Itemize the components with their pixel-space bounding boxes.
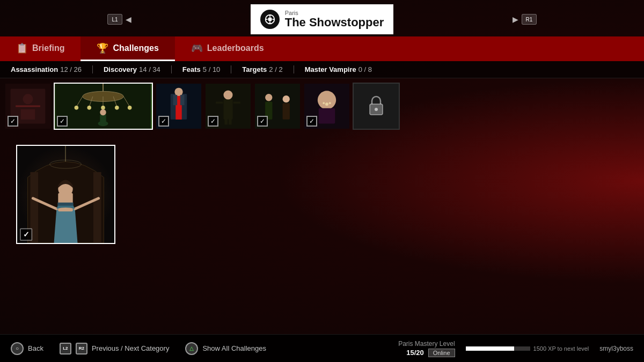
prev-next-label: Previous / Next Category <box>92 344 170 352</box>
mastery-title: Paris Mastery Level <box>398 340 455 348</box>
nav-left-btn[interactable]: L1 <box>107 14 122 25</box>
nav-tabs: 📋 Briefing 🏆 Challenges 🎮 Leaderboards <box>0 36 644 61</box>
svg-rect-37 <box>233 102 240 104</box>
user-info: smyl3yboss <box>599 345 633 352</box>
thumb-5[interactable]: ✓ <box>254 83 301 130</box>
svg-point-50 <box>323 102 325 105</box>
svg-rect-25 <box>100 114 106 123</box>
bottom-right: Paris Mastery Level 15/20 Online 1500 XP… <box>398 340 633 357</box>
tab-briefing-label: Briefing <box>32 43 64 53</box>
svg-point-26 <box>100 109 106 115</box>
stat-feats: Feats 5 / 10 <box>182 65 232 73</box>
thumb-1[interactable]: ✓ <box>4 83 52 130</box>
svg-point-21 <box>101 106 105 110</box>
stats-bar: Assassination 12 / 26 Discovery 14 / 34 … <box>0 61 644 78</box>
stat-mastervampire: Master Vampire 0 / 8 <box>305 65 383 73</box>
tab-briefing[interactable]: 📋 Briefing <box>0 36 80 61</box>
challenge-image: ✓ <box>16 145 115 244</box>
svg-point-52 <box>375 108 378 111</box>
thumb-3-check: ✓ <box>158 116 169 127</box>
thumb-2-inner: ✓ <box>55 84 152 129</box>
mastery-level-row: 15/20 Online <box>406 349 455 357</box>
svg-rect-34 <box>223 99 232 120</box>
svg-rect-60 <box>57 203 73 206</box>
thumb-5-inner: ✓ <box>255 84 300 129</box>
header: L1 ◀ Paris The Showstopper <box>0 0 644 78</box>
l2-icon: L2 <box>60 343 71 354</box>
stat-discovery-label: Discovery <box>104 65 137 73</box>
thumb-2[interactable]: ✓ <box>54 83 153 130</box>
leaderboards-icon: 🎮 <box>191 42 203 54</box>
username: smyl3yboss <box>599 345 633 352</box>
briefing-icon: 📋 <box>16 42 28 54</box>
svg-point-1 <box>268 17 272 21</box>
challenges-icon: 🏆 <box>97 42 108 54</box>
thumb-4-check: ✓ <box>208 116 218 127</box>
challenge-artwork: ✓ <box>17 145 114 244</box>
svg-rect-32 <box>180 95 185 105</box>
show-all-label: Show All Challenges <box>202 344 266 352</box>
svg-point-44 <box>283 95 290 102</box>
prev-next-button[interactable]: L2 R2 Previous / Next Category <box>60 343 170 354</box>
xp-bar <box>466 346 530 351</box>
xp-next-level: 1500 XP to next level <box>533 345 589 352</box>
mission-icon <box>260 10 280 29</box>
title-popup: Paris The Showstopper <box>251 4 394 34</box>
mastery-level: 15/20 <box>406 349 424 357</box>
back-button[interactable]: ○ Back <box>11 342 43 355</box>
show-all-button[interactable]: △ Show All Challenges <box>185 342 266 355</box>
triangle-icon: △ <box>185 342 198 355</box>
bottom-bar: ○ Back L2 R2 Previous / Next Category △ … <box>0 334 644 362</box>
thumb-5-check: ✓ <box>257 116 268 127</box>
stat-discovery-value: 14 / 34 <box>139 65 160 73</box>
stat-mastervampire-label: Master Vampire <box>305 65 356 73</box>
svg-rect-39 <box>229 119 232 124</box>
svg-rect-55 <box>93 172 101 243</box>
stat-assassination-value: 12 / 26 <box>60 65 82 73</box>
svg-text:✓: ✓ <box>23 231 30 239</box>
xp-bar-container: 1500 XP to next level <box>466 345 589 352</box>
tab-challenges[interactable]: 🏆 Challenges <box>80 36 174 61</box>
tab-leaderboards[interactable]: 🎮 Leaderboards <box>175 36 280 61</box>
thumb-4[interactable]: ✓ <box>204 83 252 130</box>
challenge-image-inner: ✓ <box>17 146 114 243</box>
stat-assassination-label: Assassination <box>11 65 58 73</box>
stat-targets: Targets 2 / 2 <box>242 65 294 73</box>
mastery-status-badge: Online <box>428 349 455 357</box>
stat-feats-value: 5 / 10 <box>203 65 221 73</box>
thumb-1-check: ✓ <box>8 116 18 127</box>
svg-point-42 <box>265 94 272 101</box>
thumb-6[interactable]: ✓ <box>303 83 350 130</box>
svg-point-9 <box>23 94 33 104</box>
svg-point-19 <box>75 106 79 110</box>
back-circle-icon: ○ <box>11 342 24 355</box>
svg-point-48 <box>325 103 328 106</box>
r2-icon: R2 <box>76 343 87 354</box>
stat-targets-label: Targets <box>242 65 267 73</box>
nav-left: L1 ◀ <box>107 14 131 25</box>
tab-leaderboards-label: Leaderboards <box>207 43 264 53</box>
lock-icon <box>368 95 385 117</box>
stat-discovery: Discovery 14 / 34 <box>104 65 172 73</box>
stat-targets-value: 2 / 2 <box>269 65 282 73</box>
stat-feats-label: Feats <box>182 65 201 73</box>
thumb-4-inner: ✓ <box>206 84 251 129</box>
nav-right-btn[interactable]: R1 <box>522 14 537 25</box>
thumb-7[interactable] <box>353 83 400 130</box>
thumb-6-inner: ✓ <box>304 84 349 129</box>
thumb-3-inner: ✓ <box>156 84 201 129</box>
mission-name: The Showstopper <box>285 16 384 29</box>
svg-rect-38 <box>224 119 228 124</box>
back-label: Back <box>28 344 43 352</box>
tab-challenges-label: Challenges <box>113 43 158 53</box>
xp-fill <box>466 346 514 351</box>
svg-point-20 <box>87 106 91 110</box>
thumb-2-bg <box>55 84 152 129</box>
svg-point-30 <box>174 88 182 96</box>
svg-rect-43 <box>283 103 290 120</box>
thumb-3[interactable]: ✓ <box>155 83 202 130</box>
thumb-6-check: ✓ <box>306 116 317 127</box>
svg-point-35 <box>223 91 232 100</box>
svg-rect-10 <box>21 109 35 120</box>
svg-rect-31 <box>173 95 178 105</box>
